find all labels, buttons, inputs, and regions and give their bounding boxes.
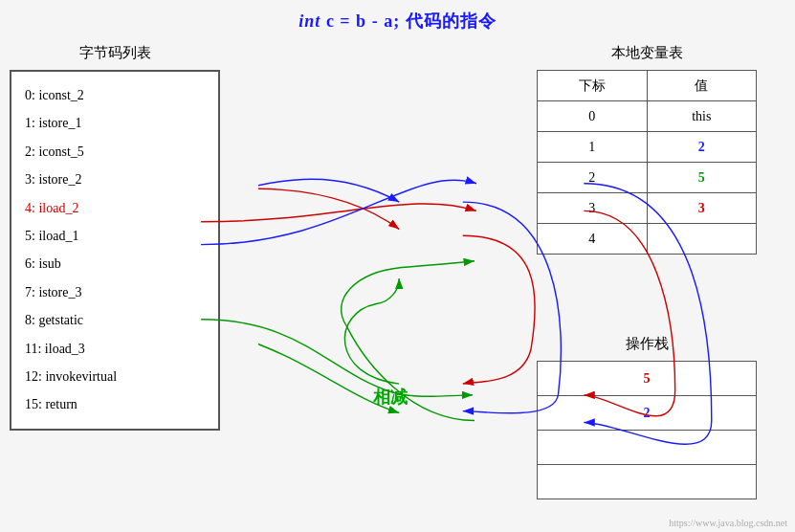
- right-section: 本地变量表 下标 值 0 this 1: [258, 44, 785, 509]
- local-var-label: 本地变量表: [537, 44, 757, 62]
- bytecode-section: 字节码列表 0: iconst_2 1: istore_1 2: iconst_…: [10, 44, 220, 509]
- xiangjian-annotation: 相减: [373, 386, 408, 409]
- op-stack-label: 操作栈: [537, 335, 757, 353]
- watermark: https://www.java.blog.csdn.net: [669, 518, 787, 528]
- bytecode-label: 字节码列表: [10, 44, 220, 62]
- table-row: [538, 431, 757, 465]
- list-item: 8: getstatic: [25, 306, 205, 334]
- stack-cell: 5: [538, 362, 757, 396]
- list-item: 11: iload_3: [25, 335, 205, 363]
- table-row: [538, 465, 757, 499]
- list-item: 6: isub: [25, 250, 205, 277]
- table-row: 0 this: [538, 101, 757, 132]
- local-var-section: 本地变量表 下标 值 0 this 1: [537, 44, 757, 255]
- row-value: [647, 224, 757, 255]
- row-index: 0: [538, 101, 648, 132]
- list-item: 0: iconst_2: [25, 81, 205, 109]
- list-item: 7: istore_3: [25, 278, 205, 306]
- list-item: 5: iload_1: [25, 222, 205, 250]
- row-value: this: [647, 101, 757, 132]
- list-item: 12: invokevirtual: [25, 363, 205, 390]
- bytecode-box: 0: iconst_2 1: istore_1 2: iconst_5 3: i…: [10, 70, 220, 431]
- content-area: 字节码列表 0: iconst_2 1: istore_1 2: iconst_…: [10, 44, 785, 509]
- list-item: 4: iload_2: [25, 194, 205, 222]
- col-index-header: 下标: [538, 71, 648, 101]
- row-index: 3: [538, 193, 648, 224]
- main-container: int c = b - a; 代码的指令 字节码列表 0: iconst_2 1…: [0, 0, 795, 532]
- list-item: 15: return: [25, 390, 205, 418]
- list-item: 2: iconst_5: [25, 138, 205, 166]
- row-value: 5: [647, 163, 757, 193]
- table-row: 2: [538, 396, 757, 431]
- row-index: 1: [538, 132, 648, 163]
- list-item: 3: istore_2: [25, 166, 205, 193]
- page-title: int c = b - a; 代码的指令: [10, 10, 785, 33]
- stack-cell: 2: [538, 396, 757, 431]
- row-index: 2: [538, 163, 648, 193]
- table-row: 2 5: [538, 163, 757, 193]
- stack-cell: [538, 431, 757, 465]
- table-row: 3 3: [538, 193, 757, 224]
- op-stack-section: 操作栈 5 2: [537, 335, 757, 499]
- col-value-header: 值: [647, 71, 757, 101]
- row-index: 4: [538, 224, 648, 255]
- list-item: 1: istore_1: [25, 109, 205, 137]
- table-row: 4: [538, 224, 757, 255]
- stack-cell: [538, 465, 757, 499]
- table-row: 5: [538, 362, 757, 396]
- row-value: 3: [647, 193, 757, 224]
- row-value: 2: [647, 132, 757, 163]
- op-stack-table: 5 2: [537, 361, 757, 499]
- local-var-table: 下标 值 0 this 1 2: [537, 70, 757, 255]
- title-rest: c = b - a; 代码的指令: [326, 11, 497, 31]
- table-row: 1 2: [538, 132, 757, 163]
- keyword-int: int: [298, 11, 320, 31]
